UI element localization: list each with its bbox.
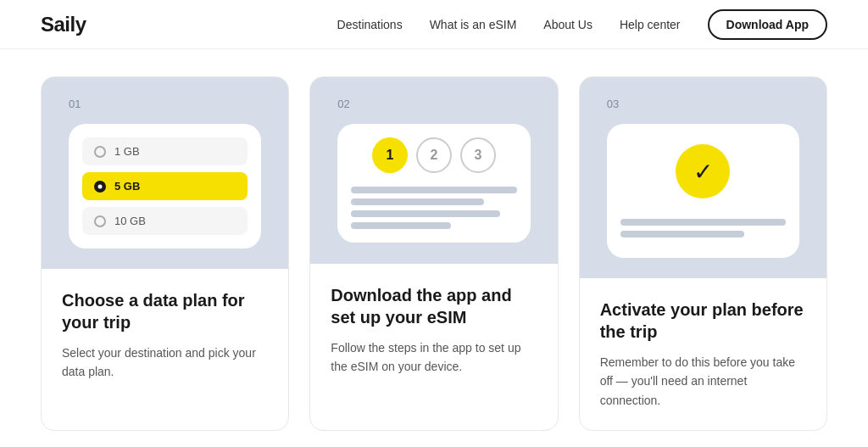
step-2-desc: Follow the steps in the app to set up th…: [331, 338, 537, 377]
step-3-desc: Remember to do this before you take off …: [600, 353, 806, 410]
text-line-1: [351, 187, 516, 193]
text-line-6: [620, 231, 745, 237]
text-line-5: [620, 219, 786, 226]
step-circle-1: 1: [372, 137, 408, 173]
step-circle-2: 2: [416, 137, 452, 173]
step-2-card: 02 1 2 3: [309, 76, 558, 431]
radio-10gb: [94, 215, 106, 227]
radio-1gb: [94, 146, 106, 158]
nav-destinations[interactable]: Destinations: [337, 18, 403, 31]
step-circle-3: 3: [460, 137, 496, 173]
step-3-illustration: 03 ✓: [580, 77, 826, 278]
step-3-text-lines: [620, 219, 786, 237]
nav-about-us[interactable]: About Us: [543, 18, 593, 31]
step-3-phone: ✓: [607, 124, 799, 258]
step-1-title: Choose a data plan for your trip: [62, 289, 268, 333]
radio-5gb: [94, 181, 106, 193]
step-1-card: 01 1 GB 5 GB 10 GB: [41, 76, 289, 431]
step-3-title: Activate your plan before the trip: [600, 299, 806, 343]
step-3-number: 03: [607, 98, 619, 110]
step-2-illustration: 02 1 2 3: [310, 77, 557, 264]
plan-option-5gb: 5 GB: [82, 172, 248, 200]
download-app-button[interactable]: Download App: [708, 9, 827, 40]
main-nav: Destinations What is an eSIM About Us He…: [337, 9, 827, 40]
plan-option-10gb: 10 GB: [82, 207, 248, 235]
step-1-content: Choose a data plan for your trip Select …: [42, 269, 288, 402]
nav-help-center[interactable]: Help center: [620, 18, 681, 31]
step-2-text-lines: [351, 187, 516, 229]
step-1-desc: Select your destination and pick your da…: [62, 344, 268, 382]
site-logo: Saily: [41, 13, 86, 36]
plan-options-list: 1 GB 5 GB 10 GB: [82, 137, 248, 235]
nav-what-is-esim[interactable]: What is an eSIM: [430, 18, 517, 31]
step-circles: 1 2 3: [351, 137, 516, 173]
text-line-2: [351, 198, 483, 205]
step-2-title: Download the app and set up your eSIM: [331, 284, 537, 328]
step-2-number: 02: [337, 98, 349, 110]
plan-option-1gb: 1 GB: [82, 137, 248, 165]
steps-grid: 01 1 GB 5 GB 10 GB: [41, 76, 827, 431]
step-1-illustration: 01 1 GB 5 GB 10 GB: [42, 77, 288, 269]
check-circle-icon: ✓: [676, 144, 730, 198]
step-3-content: Activate your plan before the trip Remem…: [580, 278, 826, 430]
step-2-phone: 1 2 3: [337, 124, 530, 243]
step-2-content: Download the app and set up your eSIM Fo…: [310, 264, 557, 397]
step-3-card: 03 ✓ Activate your plan before the trip …: [579, 76, 827, 431]
text-line-3: [351, 210, 500, 217]
step-1-number: 01: [69, 98, 81, 110]
text-line-4: [351, 222, 450, 229]
step-1-phone: 1 GB 5 GB 10 GB: [69, 124, 261, 249]
